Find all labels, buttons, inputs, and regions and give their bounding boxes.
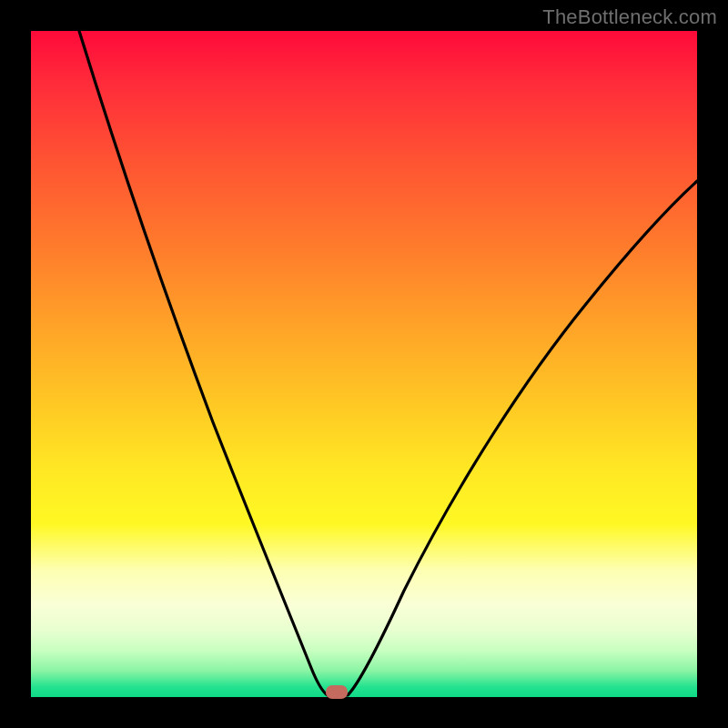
optimal-marker: [326, 685, 348, 699]
chart-frame: TheBottleneck.com: [0, 0, 728, 728]
watermark-text: TheBottleneck.com: [542, 5, 717, 29]
bottleneck-curve: [31, 31, 697, 697]
curve-path: [79, 31, 697, 695]
